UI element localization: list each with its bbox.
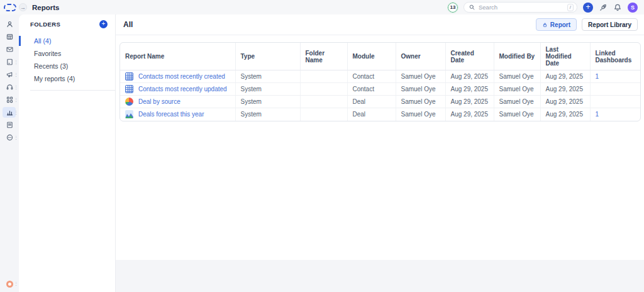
rail-item-menu-dots[interactable]: ⋮ [14, 111, 18, 115]
table-header-row: Report NameTypeFolder NameModuleOwnerCre… [120, 43, 640, 70]
owner-cell: Samuel Oye [396, 83, 445, 96]
rail-item-menu-dots[interactable]: ⋮ [14, 73, 18, 77]
more-icon [6, 133, 14, 142]
column-header: Module [347, 43, 396, 70]
rail-item-recycle-bin[interactable]: ⋮ [0, 279, 19, 288]
folder-cell [300, 108, 347, 121]
rail-item-menu-dots[interactable]: ⋮ [14, 136, 18, 140]
rail-item-menu-dots[interactable]: ⋮ [14, 60, 18, 64]
module-cell: Contact [347, 83, 396, 96]
rail-item-menu-dots[interactable]: ⋮ [14, 98, 18, 102]
folder-cell [300, 96, 347, 108]
created-cell: Aug 29, 2025 [445, 108, 494, 121]
table-report-icon [125, 72, 133, 81]
report-library-label: Report Library [588, 21, 631, 28]
created-cell: Aug 29, 2025 [445, 70, 494, 83]
last-modified-cell: Aug 29, 2025 [540, 70, 590, 83]
rail-item-records[interactable]: ⋮ [0, 31, 19, 42]
folder-label: My reports (4) [34, 75, 75, 82]
search-icon [469, 4, 475, 11]
table-row: Deal by sourceSystemDealSamuel OyeAug 29… [120, 96, 640, 108]
modified-by-cell: Samuel Oye [494, 70, 540, 83]
user-avatar[interactable]: S [628, 3, 638, 13]
folder-item-all-4[interactable]: All (4) [19, 35, 115, 47]
linked-dashboards-cell: 1 [590, 70, 640, 83]
page-title: Reports [32, 4, 59, 11]
column-header: Report Name [120, 43, 235, 70]
rail-item-support[interactable]: ⋮ [0, 82, 19, 93]
column-header: Type [235, 43, 300, 70]
linked-dashboards-link[interactable]: 1 [596, 111, 599, 118]
folders-divider [30, 90, 115, 91]
linked-dashboards-cell: 1 [590, 108, 640, 121]
mail-icon [6, 45, 14, 53]
documents-icon [6, 58, 14, 66]
linked-dashboards-link[interactable]: 1 [596, 73, 599, 80]
whats-new-rocket-icon[interactable] [599, 3, 608, 12]
rail-item-more[interactable]: ⋮ [0, 132, 19, 143]
rail-item-menu-dots[interactable]: ⋮ [14, 282, 18, 286]
table-row: Contacts most recently createdSystemCont… [120, 70, 640, 83]
report-name-link[interactable]: Contacts most recently updated [138, 86, 227, 93]
rail-item-menu-dots[interactable]: ⋮ [14, 86, 18, 89]
table-row: Contacts most recently updatedSystemCont… [120, 83, 640, 96]
report-library-button[interactable]: Report Library [582, 18, 638, 31]
modified-by-cell: Samuel Oye [494, 96, 540, 108]
rail-item-mail[interactable]: ⋮ [0, 44, 19, 55]
campaigns-icon [6, 70, 14, 79]
lock-icon [542, 22, 548, 28]
owner-cell: Samuel Oye [396, 70, 445, 83]
table-report-icon [125, 85, 133, 93]
type-cell: System [235, 70, 300, 83]
records-icon [6, 33, 14, 41]
rail-item-documents[interactable]: ⋮ [0, 57, 19, 67]
app-logo[interactable] [4, 4, 16, 11]
collapse-arrow-icon[interactable]: → [19, 3, 27, 11]
apps-icon [6, 96, 14, 104]
trial-days-badge[interactable]: 13 [448, 3, 458, 13]
report-name-link[interactable]: Contacts most recently created [138, 73, 225, 80]
folder-cell [300, 70, 347, 83]
last-modified-cell: Aug 29, 2025 [540, 108, 590, 121]
column-header: Last Modified Date [540, 43, 590, 70]
rail-item-campaigns[interactable]: ⋮ [0, 69, 19, 80]
table-body: Contacts most recently createdSystemCont… [120, 70, 640, 121]
type-cell: System [235, 96, 300, 108]
notifications-bell-icon[interactable] [613, 3, 622, 12]
create-report-label: Report [550, 21, 570, 28]
top-bar: → Reports 13 / + S [0, 0, 644, 14]
column-header: Linked Dashboards [590, 43, 640, 70]
add-folder-button[interactable]: + [99, 20, 108, 28]
report-name-link[interactable]: Deal by source [138, 98, 180, 105]
linked-dashboards-cell [590, 96, 640, 108]
quick-add-button[interactable]: + [583, 3, 593, 13]
created-cell: Aug 29, 2025 [445, 83, 494, 96]
icon-rail: ⋮ ⋮ ⋮ ⋮ ⋮ ⋮ ⋮ ⋮ ⋮ ⋮ [0, 14, 19, 292]
global-search[interactable]: / [464, 2, 577, 13]
report-name-link[interactable]: Deals forecast this year [138, 111, 204, 118]
module-cell: Deal [347, 96, 396, 108]
rail-item-apps[interactable]: ⋮ [0, 94, 19, 105]
owner-cell: Samuel Oye [396, 96, 445, 108]
rail-top: ⋮ ⋮ ⋮ ⋮ ⋮ ⋮ ⋮ ⋮ ⋮ ⋮ [0, 19, 19, 143]
pie-report-icon [125, 98, 133, 106]
search-input[interactable] [479, 4, 564, 11]
modified-by-cell: Samuel Oye [494, 83, 540, 96]
view-title: All [123, 20, 133, 29]
support-icon [6, 83, 14, 91]
recycle-bin-icon [6, 281, 13, 288]
last-modified-cell: Aug 29, 2025 [540, 96, 590, 108]
module-cell: Deal [347, 108, 396, 121]
rail-item-reports[interactable]: ⋮ [0, 107, 19, 118]
rail-item-notes[interactable]: ⋮ [0, 120, 19, 130]
linked-dashboards-cell [590, 83, 640, 96]
table-row: Deals forecast this yearSystemDealSamuel… [120, 108, 640, 121]
rail-item-contacts[interactable]: ⋮ [0, 19, 19, 30]
owner-cell: Samuel Oye [396, 108, 445, 121]
folder-item-favorites[interactable]: Favorites [19, 47, 115, 60]
main-area: All Report Report Library [116, 14, 644, 292]
search-shortcut-hint: / [567, 4, 574, 11]
folder-item-recents-3[interactable]: Recents (3) [19, 60, 115, 72]
folder-item-my-reports-4[interactable]: My reports (4) [19, 72, 115, 85]
create-report-button[interactable]: Report [536, 18, 577, 31]
